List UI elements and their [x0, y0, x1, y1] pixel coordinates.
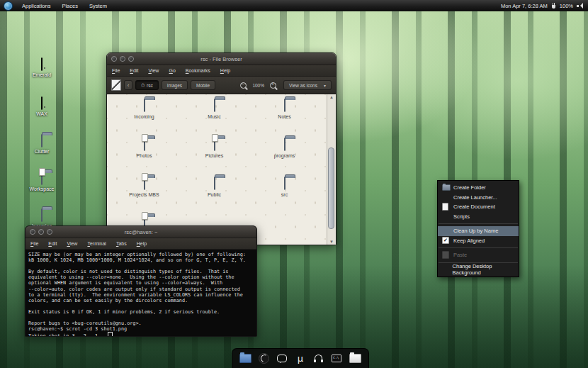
path-button-mobile[interactable]: Mobile — [191, 80, 215, 90]
folder-icon — [284, 177, 285, 190]
folder-icon — [41, 172, 43, 185]
context-menu-item-change-desktop-background[interactable]: Change Desktop Background — [438, 265, 519, 275]
folder-item-public[interactable]: Public — [179, 177, 249, 216]
zoom-out-icon[interactable] — [240, 82, 247, 89]
folder-item-src[interactable]: src — [249, 177, 320, 216]
emblem-icon — [142, 173, 148, 181]
file-browser-window[interactable]: rsc - File Browser FileEditViewGoBookmar… — [106, 52, 337, 245]
scroll-down-icon[interactable]: ▼ — [327, 239, 336, 245]
panel-menus: ApplicationsPlacesSystem — [17, 1, 112, 11]
terminal-menu-file[interactable]: File — [26, 241, 43, 246]
folder-item-programs[interactable]: programs — [249, 138, 320, 177]
context-menu-item-scripts[interactable]: Scripts — [438, 212, 519, 222]
terminal-menu-view[interactable]: View — [62, 241, 82, 246]
terminal-menu-terminal[interactable]: Terminal — [82, 241, 111, 246]
terminal-line — [28, 303, 256, 309]
window-button-icon[interactable] — [120, 56, 125, 62]
desktop-icon-label: Clutter — [20, 149, 64, 154]
path-buttons: ImagesMobile — [162, 80, 215, 90]
desktop-icon-wax[interactable]: WAX — [20, 97, 64, 116]
dock-web-browser-icon[interactable] — [258, 352, 271, 365]
desktop-icon-emerald[interactable]: Emerald — [20, 58, 64, 77]
path-button-images[interactable]: Images — [162, 80, 188, 90]
folder-icon — [442, 184, 451, 191]
context-menu-item-clean-up-by-name[interactable]: Clean Up by Name — [438, 226, 519, 236]
dock-chat-icon[interactable] — [276, 352, 288, 365]
zoom-in-icon[interactable] — [270, 82, 276, 89]
dock-file-manager-icon[interactable] — [239, 352, 252, 365]
checkbox-icon[interactable]: ✔ — [442, 237, 449, 244]
dock-documents-icon[interactable] — [349, 352, 361, 365]
fb-menu-go[interactable]: Go — [164, 68, 180, 73]
location-label: rsc — [147, 83, 153, 88]
folder-item-incoming[interactable]: Incoming — [109, 99, 179, 138]
terminal-menu-tabs[interactable]: Tabs — [111, 241, 132, 246]
folder-item-notes[interactable]: Notes — [249, 99, 320, 138]
folder-item-pictures[interactable]: Pictures — [179, 138, 249, 177]
fb-menu-edit[interactable]: Edit — [125, 68, 143, 73]
terminal-line: rsc@haven:~$ scrot -cd 3 shot1.png — [28, 326, 256, 332]
terminal-titlebar[interactable]: rsc@haven: ~ — [26, 226, 256, 238]
edit-location-icon[interactable] — [111, 79, 121, 91]
scrollbar-thumb[interactable] — [328, 147, 334, 229]
folder-label: Public — [208, 192, 221, 197]
terminal-output[interactable]: SIZE may be (or may be an integer option… — [26, 250, 256, 337]
terminal-line: Exit status is 0 if OK, 1 if minor probl… — [28, 309, 256, 315]
location-home-button[interactable]: ⌂ rsc — [135, 80, 159, 90]
emblem-icon — [212, 134, 218, 142]
home-icon: ⌂ — [141, 83, 145, 87]
vertical-scrollbar[interactable]: ▲ ▼ — [327, 94, 336, 245]
fb-menu-help[interactable]: Help — [215, 68, 235, 73]
desktop-context-menu: Create FolderCreate Launcher...Create Do… — [437, 180, 519, 277]
window-button-icon[interactable] — [111, 56, 117, 62]
terminal-menu-help[interactable]: Help — [132, 241, 152, 246]
power-plug-icon[interactable] — [551, 3, 556, 9]
desktop-icon-clutter[interactable]: Clutter — [20, 135, 64, 154]
window-button-icon[interactable] — [47, 229, 52, 235]
folder-item-photos[interactable]: Photos — [109, 138, 179, 177]
window-button-icon[interactable] — [30, 229, 35, 235]
context-menu-item-keep-aligned[interactable]: ✔Keep Aligned — [438, 236, 519, 246]
desktop-screen: ApplicationsPlacesSystem Mon Apr 7, 6:28… — [0, 0, 588, 368]
clock[interactable]: Mon Apr 7, 6:28 AM — [501, 3, 548, 9]
terminal-menu-edit[interactable]: Edit — [43, 241, 62, 246]
zoom-level: 100% — [252, 83, 264, 88]
desktop-icon-workspace[interactable]: Workspace — [20, 172, 64, 191]
dock-music-headphones-icon[interactable] — [312, 352, 325, 365]
volume-icon[interactable] — [577, 3, 584, 9]
context-menu-item-create-launcher[interactable]: Create Launcher... — [438, 193, 519, 203]
terminal-line: Report bugs to <bug-coreutils@gnu.org>. — [28, 320, 256, 326]
battery-percent: 100% — [560, 3, 573, 9]
fb-menu-bookmarks[interactable]: Bookmarks — [181, 68, 215, 73]
terminal-window[interactable]: rsc@haven: ~ FileEditViewTerminalTabsHel… — [25, 225, 257, 337]
panel-menu-places[interactable]: Places — [57, 1, 83, 11]
scroll-up-icon[interactable]: ▲ — [327, 94, 336, 101]
window-button-icon[interactable] — [38, 229, 44, 235]
dock-mu-player-icon[interactable]: µ — [294, 352, 307, 365]
folder-label: Projects MBS — [129, 192, 159, 197]
menu-separator — [439, 223, 518, 224]
folder-item-projects-mbs[interactable]: Projects MBS — [109, 177, 179, 216]
emblem-icon — [39, 168, 45, 176]
back-button[interactable]: ‹ — [124, 80, 132, 90]
dock: µC:\ — [232, 348, 369, 368]
view-mode-dropdown[interactable]: View as Icons — [283, 80, 332, 90]
terminal-line: kB 1000, K 1024, MB 1000*1000, M 1024*10… — [28, 257, 256, 263]
folder-item-music[interactable]: Music — [179, 99, 249, 138]
terminal-menubar: FileEditViewTerminalTabsHelp — [26, 238, 256, 250]
panel-menu-applications[interactable]: Applications — [17, 1, 55, 11]
fb-menu-view[interactable]: View — [143, 68, 164, 73]
terminal-line: optional WHEN argument is equivalent to … — [28, 280, 256, 286]
file-browser-titlebar[interactable]: rsc - File Browser — [107, 53, 336, 65]
file-browser-content[interactable]: IncomingMusicNotesPhotosPicturesprograms… — [107, 94, 336, 245]
panel-menu-system[interactable]: System — [84, 1, 112, 11]
folder-icon — [214, 99, 215, 112]
context-menu-item-create-folder[interactable]: Create Folder — [438, 183, 519, 193]
folder-icon — [284, 138, 285, 151]
folder-label: Music — [208, 114, 220, 119]
dock-terminal-icon[interactable]: C:\ — [330, 352, 343, 365]
context-menu-item-create-document[interactable]: Create Document — [438, 202, 519, 212]
window-button-icon[interactable] — [128, 56, 134, 62]
fb-menu-file[interactable]: File — [107, 68, 125, 73]
distro-logo-icon[interactable] — [4, 1, 13, 11]
